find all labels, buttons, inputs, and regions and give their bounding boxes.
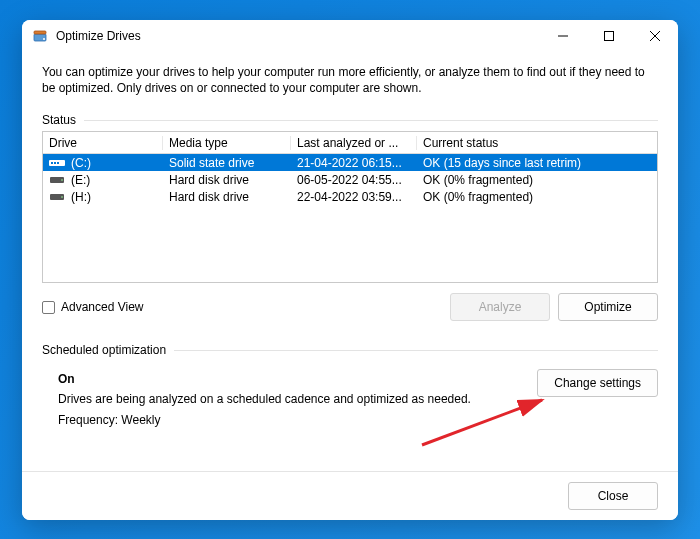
col-drive[interactable]: Drive xyxy=(43,136,163,150)
last-analyzed: 06-05-2022 04:55... xyxy=(291,173,417,187)
col-current-status[interactable]: Current status xyxy=(417,136,657,150)
col-media[interactable]: Media type xyxy=(163,136,291,150)
optimize-drives-window: Optimize Drives You can optimize your dr… xyxy=(22,20,678,520)
media-type: Solid state drive xyxy=(163,156,291,170)
divider xyxy=(84,120,658,121)
drive-name: (H:) xyxy=(71,190,91,204)
svg-rect-1 xyxy=(34,31,46,34)
drives-table: Drive Media type Last analyzed or ... Cu… xyxy=(42,131,658,283)
drive-name: (E:) xyxy=(71,173,90,187)
scheduled-state: On xyxy=(58,369,529,389)
media-type: Hard disk drive xyxy=(163,190,291,204)
checkbox-icon xyxy=(42,301,55,314)
svg-rect-3 xyxy=(605,31,614,40)
table-header: Drive Media type Last analyzed or ... Cu… xyxy=(43,132,657,154)
change-settings-button[interactable]: Change settings xyxy=(537,369,658,397)
table-row[interactable]: (E:)Hard disk drive06-05-2022 04:55...OK… xyxy=(43,171,657,188)
last-analyzed: 22-04-2022 03:59... xyxy=(291,190,417,204)
svg-rect-7 xyxy=(57,162,59,164)
close-button[interactable]: Close xyxy=(568,482,658,510)
app-icon xyxy=(32,28,48,44)
advanced-view-checkbox[interactable]: Advanced View xyxy=(42,300,144,314)
maximize-button[interactable] xyxy=(586,20,632,52)
svg-point-9 xyxy=(61,179,63,181)
intro-text: You can optimize your drives to help you… xyxy=(42,64,658,98)
scheduled-label: Scheduled optimization xyxy=(42,343,166,357)
ssd-drive-icon xyxy=(49,158,65,168)
last-analyzed: 21-04-2022 06:15... xyxy=(291,156,417,170)
svg-rect-6 xyxy=(54,162,56,164)
titlebar: Optimize Drives xyxy=(22,20,678,52)
current-status: OK (0% fragmented) xyxy=(417,173,657,187)
current-status: OK (0% fragmented) xyxy=(417,190,657,204)
advanced-view-label: Advanced View xyxy=(61,300,144,314)
table-row[interactable]: (H:)Hard disk drive22-04-2022 03:59...OK… xyxy=(43,188,657,205)
current-status: OK (15 days since last retrim) xyxy=(417,156,657,170)
media-type: Hard disk drive xyxy=(163,173,291,187)
scheduled-frequency: Frequency: Weekly xyxy=(58,410,529,430)
col-last-analyzed[interactable]: Last analyzed or ... xyxy=(291,136,417,150)
optimize-button[interactable]: Optimize xyxy=(558,293,658,321)
window-title: Optimize Drives xyxy=(56,29,540,43)
scheduled-desc: Drives are being analyzed on a scheduled… xyxy=(58,389,529,409)
divider xyxy=(174,350,658,351)
svg-rect-5 xyxy=(51,162,53,164)
hdd-drive-icon xyxy=(49,192,65,202)
close-window-button[interactable] xyxy=(632,20,678,52)
status-label: Status xyxy=(42,113,76,127)
analyze-button[interactable]: Analyze xyxy=(450,293,550,321)
drive-name: (C:) xyxy=(71,156,91,170)
svg-point-2 xyxy=(43,38,45,40)
table-row[interactable]: (C:)Solid state drive21-04-2022 06:15...… xyxy=(43,154,657,171)
svg-point-11 xyxy=(61,196,63,198)
hdd-drive-icon xyxy=(49,175,65,185)
footer: Close xyxy=(22,471,678,520)
minimize-button[interactable] xyxy=(540,20,586,52)
